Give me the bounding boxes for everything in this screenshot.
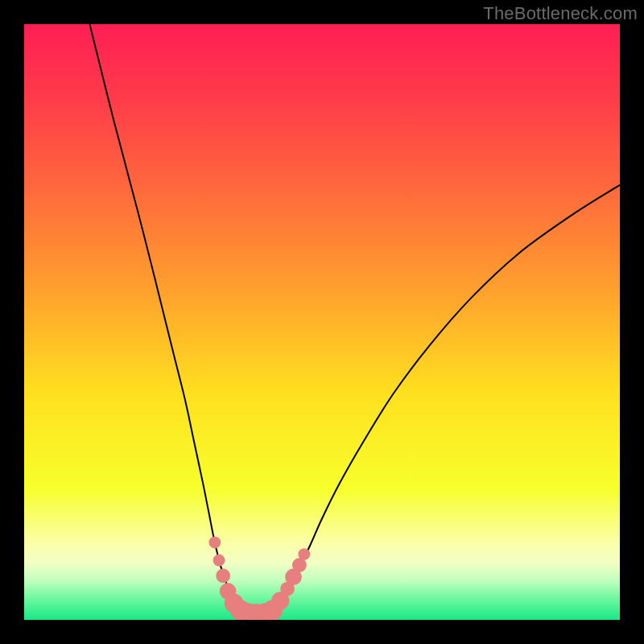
plot-area <box>24 24 620 620</box>
curve-marker <box>216 568 230 583</box>
curve-marker <box>208 536 221 548</box>
chart-canvas <box>24 24 620 620</box>
curve-marker <box>213 555 225 567</box>
curve-marker <box>298 548 310 560</box>
outer-frame: TheBottleneck.com <box>0 0 644 644</box>
gradient-background <box>24 24 620 620</box>
watermark-text: TheBottleneck.com <box>483 3 638 24</box>
